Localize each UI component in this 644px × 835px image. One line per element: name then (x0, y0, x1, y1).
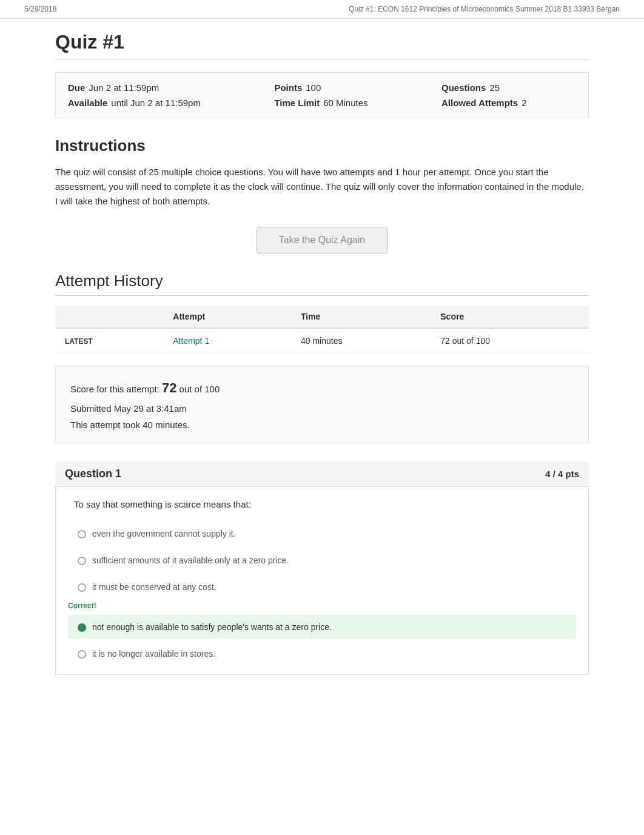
question-points: 4 / 4 pts (545, 469, 579, 479)
attempt-link[interactable]: Attempt 1 (173, 336, 209, 346)
take-quiz-btn-container: Take the Quiz Again (55, 227, 589, 253)
answer-option: even the government cannot supply it. (68, 521, 576, 546)
points-label: Points (274, 82, 302, 93)
score-suffix: out of 100 (176, 384, 220, 394)
answer-option: it must be conserved at any cost. (68, 575, 576, 599)
attempt-score: 72 out of 100 (431, 328, 589, 354)
questions-value: 25 (489, 82, 500, 93)
attempt-time: 40 minutes (291, 328, 431, 354)
due-label: Due (68, 82, 85, 93)
answer-text: it must be conserved at any cost. (92, 582, 216, 592)
question-number: Question 1 (65, 468, 121, 480)
question-body: To say that something is scarce means th… (55, 487, 589, 675)
date-label: 5/29/2018 (24, 5, 56, 13)
take-quiz-button[interactable]: Take the Quiz Again (257, 227, 387, 253)
available-value: until Jun 2 at 11:59pm (111, 98, 201, 108)
attempt-summary: Score for this attempt: 72 out of 100 Su… (55, 366, 589, 443)
submitted-line: Submitted May 29 at 3:41am (70, 400, 574, 417)
answer-text: not enough is available to satisfy peopl… (92, 622, 332, 632)
latest-label: LATEST (65, 337, 93, 346)
instructions-title: Instructions (55, 136, 589, 155)
instructions-section: Instructions The quiz will consist of 25… (55, 136, 589, 209)
question-block: Question 1 4 / 4 pts To say that somethi… (55, 461, 589, 675)
instructions-text: The quiz will consist of 25 multiple cho… (55, 165, 589, 209)
answer-radio-icon (78, 623, 86, 632)
questions-label: Questions (441, 82, 486, 93)
answer-option: sufficient amounts of it available only … (68, 548, 576, 572)
score-summary-line: Score for this attempt: 72 out of 100 (70, 376, 574, 400)
answer-option: not enough is available to satisfy peopl… (68, 615, 576, 639)
answer-radio-icon (78, 650, 86, 659)
duration-line: This attempt took 40 minutes. (70, 417, 574, 433)
col-header-time: Time (291, 306, 431, 328)
answer-radio-icon (78, 557, 86, 565)
correct-badge: Correct! (68, 602, 96, 610)
points-value: 100 (306, 82, 321, 93)
due-value: Jun 2 at 11:59pm (89, 82, 159, 93)
score-prefix: Score for this attempt: (70, 384, 162, 394)
allowed-attempts-label: Allowed Attempts (441, 98, 518, 108)
attempt-history-title: Attempt History (55, 272, 589, 296)
col-header-attempt: Attempt (163, 306, 291, 328)
answer-radio-icon (78, 530, 86, 538)
table-row: LATEST Attempt 1 40 minutes 72 out of 10… (55, 328, 589, 354)
col-header-score: Score (431, 306, 589, 328)
question-text: To say that something is scarce means th… (68, 499, 576, 509)
attempt-table: Attempt Time Score LATEST Attempt 1 40 m… (55, 306, 589, 354)
answer-text: it is no longer available in stores. (92, 649, 215, 659)
answers-container: even the government cannot supply it.suf… (68, 521, 576, 666)
available-label: Available (68, 98, 107, 108)
quiz-meta: Due Jun 2 at 11:59pm Points 100 Question… (55, 72, 589, 118)
score-value: 72 (162, 380, 176, 395)
answer-text: even the government cannot supply it. (92, 529, 236, 538)
correct-badge-row: Correct! (68, 602, 576, 610)
question-header: Question 1 4 / 4 pts (55, 461, 589, 487)
time-limit-label: Time Limit (274, 98, 320, 108)
breadcrumb: Quiz #1: ECON 1612 Principles of Microec… (349, 5, 620, 13)
time-limit-value: 60 Minutes (323, 98, 367, 108)
answer-radio-icon (78, 583, 86, 592)
questions-container: Question 1 4 / 4 pts To say that somethi… (55, 461, 589, 675)
answer-option: it is no longer available in stores. (68, 642, 576, 666)
answer-text: sufficient amounts of it available only … (92, 555, 289, 565)
attempt-history-section: Attempt History Attempt Time Score LATES… (55, 272, 589, 443)
quiz-title: Quiz #1 (55, 31, 589, 60)
col-header-label (55, 306, 163, 328)
allowed-attempts-value: 2 (522, 98, 526, 108)
